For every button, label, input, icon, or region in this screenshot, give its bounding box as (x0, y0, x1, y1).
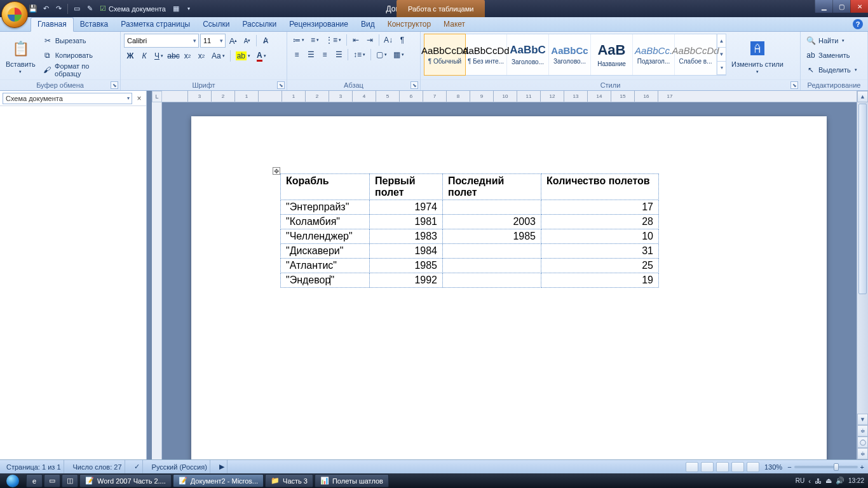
table-cell[interactable]: "Эндевор" (281, 273, 370, 288)
style-item[interactable]: AaBbCЗаголово... (507, 34, 549, 75)
style-item[interactable]: AaBbCcDd¶ Обычный (424, 34, 466, 76)
view-print-layout-button[interactable] (686, 462, 698, 472)
table-row[interactable]: "Коламбия"1981200328 (281, 215, 659, 229)
redo-icon[interactable]: ↷ (53, 4, 64, 14)
table-cell[interactable]: 2003 (443, 215, 541, 229)
tab-mailings[interactable]: Рассылки (236, 18, 283, 31)
vertical-scrollbar[interactable]: ▲ ▼ ≑ ◯ ≑ (857, 91, 868, 459)
table-cell[interactable] (443, 200, 541, 215)
paste-button[interactable]: 📋 Вставить ▾ (3, 34, 38, 79)
tab-table-design[interactable]: Конструктор (381, 18, 437, 31)
quick-launch-ie[interactable]: e (26, 474, 43, 487)
table-header-cell[interactable]: Корабль (281, 174, 370, 200)
tab-insert[interactable]: Вставка (74, 18, 115, 31)
style-item[interactable]: AaBbCcDd¶ Без инте... (465, 34, 507, 75)
gallery-scroll[interactable]: ▲▼▾ (717, 34, 726, 75)
shading-button[interactable]: ▢▾ (374, 48, 390, 61)
close-icon[interactable]: × (135, 94, 144, 103)
tab-view[interactable]: Вид (355, 18, 381, 31)
launcher-icon[interactable]: ⬊ (111, 81, 118, 89)
table-header-row[interactable]: КорабльПервый полетПоследний полетКоличе… (281, 174, 659, 200)
table-cell[interactable]: 1992 (370, 273, 443, 288)
status-language[interactable]: Русский (Россия) (149, 460, 210, 473)
table-cell[interactable]: 1984 (370, 244, 443, 259)
style-item[interactable]: AaBbCcDdСлабое в... (675, 34, 717, 75)
tray-network-icon[interactable]: 🖧 (815, 477, 822, 485)
ruler-toggle[interactable]: L (152, 91, 162, 102)
view-web-button[interactable] (716, 462, 729, 472)
table-cell[interactable]: 17 (541, 200, 659, 215)
browse-object-button[interactable]: ◯ (857, 437, 868, 448)
docmap-qat[interactable]: ☑Схема документа (97, 4, 168, 13)
table-cell[interactable]: "Коламбия" (281, 215, 370, 229)
style-item[interactable]: AaBНазвание (591, 34, 633, 75)
taskbar-item[interactable]: 📁Часть 3 (265, 474, 313, 487)
close-button[interactable]: ✕ (850, 0, 868, 13)
scroll-up-button[interactable]: ▲ (857, 91, 868, 102)
maximize-button[interactable]: ▢ (832, 0, 850, 13)
decrease-indent-button[interactable]: ⇤ (349, 34, 362, 46)
tab-review[interactable]: Рецензирование (283, 18, 355, 31)
table-icon[interactable]: ▦ (171, 4, 181, 14)
align-left-button[interactable]: ≡ (290, 48, 303, 61)
table-header-cell[interactable]: Первый полет (370, 174, 443, 200)
scroll-thumb[interactable] (858, 104, 867, 294)
font-name-combo[interactable]: Calibri (124, 34, 199, 48)
office-button[interactable] (1, 1, 28, 28)
line-spacing-button[interactable]: ↕≡▾ (351, 48, 368, 61)
table-row[interactable]: "Атлантис"198525 (281, 259, 659, 273)
numbering-button[interactable]: ≡▾ (308, 34, 322, 46)
table-cell[interactable]: 31 (541, 244, 659, 259)
cut-button[interactable]: ✂Вырезать (41, 34, 117, 48)
align-center-button[interactable]: ☰ (304, 48, 317, 61)
save-icon[interactable]: 💾 (28, 4, 38, 14)
font-size-combo[interactable]: 11 (200, 34, 226, 48)
scroll-down-button[interactable]: ▼ (857, 414, 868, 425)
borders-button[interactable]: ▦▾ (391, 48, 407, 61)
gallery-more-icon[interactable]: ▾ (717, 62, 726, 75)
underline-button[interactable]: Ч▾ (152, 50, 166, 62)
table-cell[interactable]: "Атлантис" (281, 259, 370, 273)
table-cell[interactable]: 19 (541, 273, 659, 288)
table-row[interactable]: "Энтерпрайз"197417 (281, 200, 659, 215)
change-styles-button[interactable]: 🅰 Изменить стили ▾ (729, 34, 786, 79)
tab-pagelayout[interactable]: Разметка страницы (114, 18, 196, 31)
table-move-handle[interactable]: ✥ (273, 167, 280, 175)
show-marks-button[interactable]: ¶ (396, 34, 409, 46)
clear-format-button[interactable]: A̷ (259, 34, 272, 47)
zoom-slider[interactable] (794, 466, 858, 468)
vertical-ruler[interactable] (152, 102, 162, 459)
taskbar-item[interactable]: 📝Документ2 - Micros... (173, 474, 264, 487)
table-cell[interactable] (443, 244, 541, 259)
table-row[interactable]: "Челленджер"1983198510 (281, 229, 659, 244)
table-cell[interactable]: "Челленджер" (281, 229, 370, 244)
quick-launch-desktop[interactable]: ▭ (44, 474, 60, 487)
styles-gallery[interactable]: AaBbCcDd¶ ОбычныйAaBbCcDd¶ Без инте...Aa… (424, 34, 726, 76)
zoom-knob[interactable] (834, 463, 839, 471)
prev-page-button[interactable]: ≑ (857, 425, 868, 437)
table-cell[interactable]: 1981 (370, 215, 443, 229)
launcher-icon[interactable]: ⬊ (410, 81, 418, 89)
status-words[interactable]: Число слов: 27 (71, 460, 125, 473)
status-page[interactable]: Страница: 1 из 1 (4, 460, 64, 473)
help-icon[interactable]: ? (853, 19, 863, 29)
bullets-button[interactable]: ≔▾ (290, 34, 307, 46)
table-cell[interactable]: 10 (541, 229, 659, 244)
table-cell[interactable]: "Энтерпрайз" (281, 200, 370, 215)
zoom-level[interactable]: 130% (764, 463, 782, 471)
next-page-button[interactable]: ≑ (857, 448, 868, 459)
document-table[interactable]: КорабльПервый полетПоследний полетКоличе… (280, 173, 659, 288)
view-fullscreen-button[interactable] (701, 462, 714, 472)
find-button[interactable]: 🔍Найти▾ (804, 34, 859, 48)
gallery-up-icon[interactable]: ▲ (717, 34, 726, 48)
table-cell[interactable]: 1974 (370, 200, 443, 215)
italic-button[interactable]: К (138, 50, 151, 62)
table-cell[interactable]: 1985 (443, 229, 541, 244)
document-page[interactable]: ✥ КорабльПервый полетПоследний полетКоли… (191, 116, 827, 459)
taskbar-item[interactable]: 📊Полеты шатлов (315, 474, 389, 487)
navpane-combo[interactable]: Схема документа (3, 93, 132, 104)
tab-table-layout[interactable]: Макет (437, 18, 471, 31)
tray-clock[interactable]: 13:22 (848, 477, 864, 484)
shrink-font-button[interactable]: A▾ (241, 34, 254, 47)
minimize-button[interactable]: ▁ (815, 0, 832, 13)
